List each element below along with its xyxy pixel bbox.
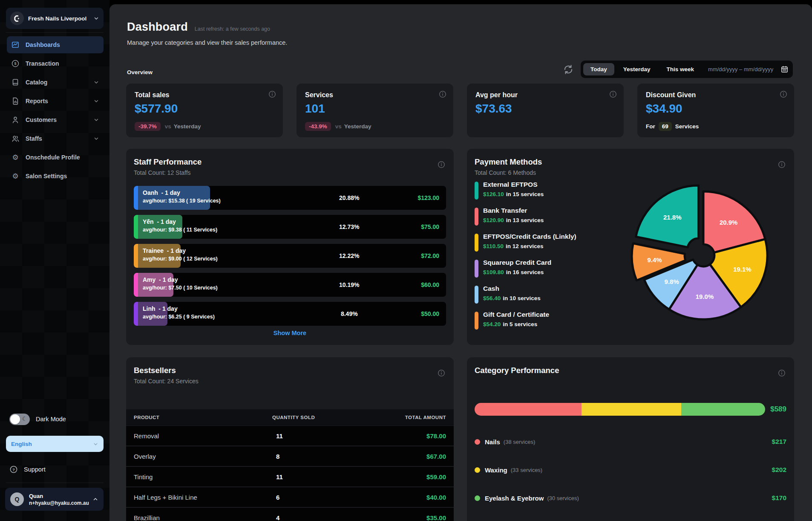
- legend-dot: [475, 439, 480, 445]
- info-icon[interactable]: [268, 90, 276, 98]
- info-icon[interactable]: [778, 161, 786, 168]
- stat-card-discount-given: Discount Given$34.90For69Services: [637, 84, 794, 137]
- count-badge: 69: [659, 122, 672, 131]
- category-amount: $202: [772, 466, 786, 474]
- tab-this-week[interactable]: This week: [659, 63, 702, 75]
- sidebar-item-label: Reports: [26, 98, 93, 104]
- product-name: Removal: [134, 432, 159, 440]
- staff-percent: 12.73%: [339, 223, 359, 230]
- sidebar-item-reports[interactable]: Reports: [7, 93, 104, 110]
- user-email: n+hyaku@hyaku.com.au: [29, 500, 92, 506]
- toggle-knob: [10, 414, 20, 424]
- staff-detail: avg/hour: $7.50 ( 10 Services): [143, 285, 218, 291]
- staff-percent: 20.88%: [339, 194, 359, 201]
- user-menu[interactable]: Q Quan n+hyaku@hyaku.com.au: [5, 488, 104, 511]
- staff-row-yến: Yến - 1 dayavg/hour: $9.38 ( 11 Services…: [134, 215, 446, 239]
- stat-value: 101: [305, 102, 445, 116]
- staff-name: Amy - 1 day: [143, 276, 218, 283]
- card-title: Bestsellers: [134, 366, 176, 375]
- sidebar-item-label: Dashboards: [26, 41, 99, 48]
- total-amount: $40.00: [426, 494, 446, 501]
- chevron-down-icon: [93, 136, 99, 142]
- legend-dot: [475, 495, 480, 501]
- pie-label: 19.1%: [733, 266, 752, 273]
- payment-amount: $126.10: [483, 191, 504, 197]
- product-name: Overlay: [134, 453, 156, 460]
- info-icon[interactable]: [780, 90, 787, 98]
- info-icon[interactable]: [439, 90, 446, 98]
- stat-foot: -39.7%vsYesterday: [135, 121, 274, 131]
- category-legend-row: Nails(38 services)$217: [475, 435, 786, 449]
- staff-name: Trainee - 1 day: [143, 247, 218, 254]
- staff-amount: $75.00: [421, 223, 439, 230]
- sidebar-nav: Dashboards$TransactionCatalogReportsCust…: [0, 36, 109, 186]
- tab-today[interactable]: Today: [583, 63, 614, 75]
- product-name: Half Legs + Bikini Line: [134, 494, 197, 501]
- date-range-input[interactable]: mm/dd/yyyy – mm/dd/yyyy: [708, 66, 780, 72]
- tab-yesterday[interactable]: Yesterday: [616, 63, 658, 75]
- stat-title: Avg per hour: [475, 91, 615, 99]
- pie-label: 9.4%: [647, 256, 662, 263]
- sidebar-item-dashboards[interactable]: Dashboards: [7, 36, 104, 53]
- chart-line-icon: [11, 41, 20, 49]
- chevron-down-icon: [93, 98, 99, 104]
- table-row: Overlay8$67.00: [126, 446, 454, 466]
- sidebar: Fresh Nails Liverpool Dashboards$Transac…: [0, 0, 109, 521]
- language-select[interactable]: English: [6, 436, 104, 452]
- sidebar-item-salon-settings[interactable]: ⚙Salon Settings: [7, 168, 104, 185]
- card-title: Staff Performance: [134, 157, 202, 167]
- dark-mode-toggle[interactable]: ☾: [9, 414, 30, 425]
- sidebar-item-label: Salon Settings: [26, 173, 99, 179]
- sidebar-item-transaction[interactable]: $Transaction: [7, 55, 104, 72]
- sidebar-item-label: Customers: [26, 116, 93, 123]
- staff-amount: $60.00: [421, 281, 439, 288]
- show-more-link[interactable]: Show More: [126, 330, 454, 336]
- category-name: Nails: [485, 438, 500, 446]
- chevron-down-icon: [93, 117, 99, 123]
- table-row: Half Legs + Bikini Line6$40.00: [126, 487, 454, 507]
- person-icon: [11, 116, 20, 124]
- sidebar-item-support[interactable]: ? Support: [9, 461, 46, 478]
- main-panel: Dashboard Last refresh: a few seconds ag…: [109, 4, 812, 521]
- stat-foot: For69Services: [646, 121, 786, 131]
- total-amount: $78.00: [426, 432, 446, 440]
- sidebar-item-customers[interactable]: Customers: [7, 111, 104, 128]
- calendar-icon[interactable]: [780, 65, 789, 73]
- info-icon[interactable]: [438, 161, 445, 168]
- legend-color-strip: [475, 312, 478, 330]
- table-row: Removal11$78.00: [126, 426, 454, 446]
- staff-percent: 12.22%: [339, 252, 359, 259]
- sidebar-item-staffs[interactable]: Staffs: [7, 130, 104, 147]
- info-icon[interactable]: [438, 369, 445, 377]
- payment-services: in 15 services: [506, 191, 544, 197]
- category-name: Waxing: [485, 466, 507, 474]
- workspace-switcher[interactable]: Fresh Nails Liverpool: [6, 8, 104, 29]
- staff-detail: avg/hour: $6.25 ( 9 Services): [143, 314, 215, 320]
- payment-method-name: External EFTPOS: [483, 181, 628, 188]
- table-row: Brazillian4$35.00: [126, 508, 454, 521]
- legend-color-strip: [475, 260, 478, 278]
- category-stacked-bar: $589: [475, 403, 786, 416]
- stat-value: $73.63: [475, 102, 615, 116]
- payment-method-name: EFTPOS/Credit Cards (Linkly): [483, 233, 628, 240]
- table-rows: Removal11$78.00Overlay8$67.00Tinting11$5…: [126, 426, 454, 521]
- user-info: Quan n+hyaku@hyaku.com.au: [29, 493, 92, 506]
- sidebar-item-label: Transaction: [26, 60, 99, 67]
- category-services: (33 services): [511, 467, 542, 473]
- payment-services: in 16 services: [506, 269, 544, 275]
- sidebar-item-onschedule-profile[interactable]: ⚙Onschedule Profile: [7, 149, 104, 166]
- vs-text: vs: [165, 123, 171, 130]
- chevron-up-icon: [92, 496, 98, 502]
- payment-services: in 10 services: [503, 295, 541, 301]
- info-icon[interactable]: [609, 90, 617, 98]
- quantity-sold: 6: [276, 494, 279, 501]
- refresh-icon[interactable]: [563, 64, 574, 75]
- staff-bar-accent: [134, 273, 138, 297]
- staff-amount: $72.00: [421, 252, 439, 259]
- info-icon[interactable]: [778, 369, 786, 377]
- sidebar-item-catalog[interactable]: Catalog: [7, 74, 104, 91]
- payment-method-item: Squareup Credit Card$109.80in 16 service…: [475, 259, 628, 280]
- staff-row-amy: Amy - 1 dayavg/hour: $7.50 ( 10 Services…: [134, 273, 446, 297]
- sidebar-item-label: Catalog: [26, 79, 93, 86]
- column-header: PRODUCT: [134, 415, 159, 420]
